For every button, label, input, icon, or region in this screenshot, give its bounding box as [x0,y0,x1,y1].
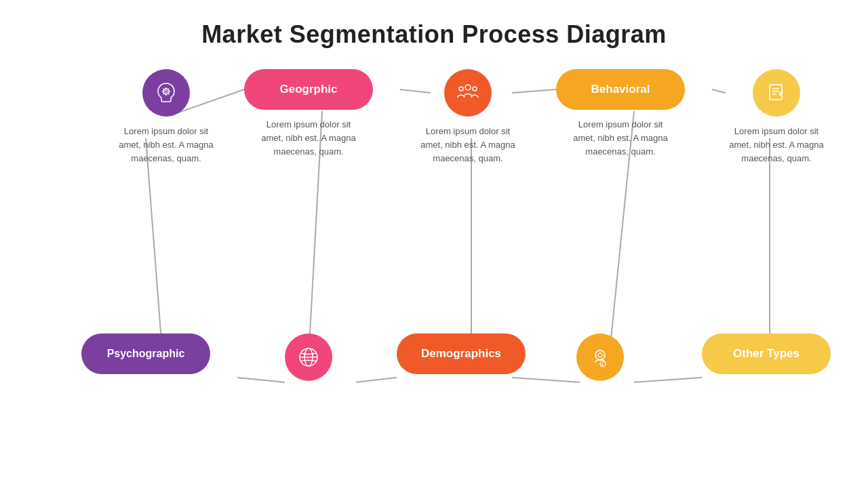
slide: Market Segmentation Process Diagram [0,0,868,488]
psychographic-bottom-group: Psychographic [81,333,210,374]
geographic-bottom-icon-group [285,333,332,381]
demographics-pill: Demographics [397,333,526,374]
svg-line-20 [163,89,164,89]
demographics-bottom-group: Demographics [397,333,526,374]
psychographic-top-desc: Lorem ipsum dolor sit amet, nibh est. A … [115,125,217,165]
brain-gear-icon: $ [576,333,624,381]
other-types-bottom-group: Other Types [702,333,831,374]
svg-line-10 [356,378,397,382]
other-top-icon-group: Lorem ipsum dolor sit amet, nibh est. A … [726,69,827,165]
behavioral-bottom-icon-group: $ [576,333,624,381]
geographic-top-group: Geogrphic Lorem ipsum dolor sit amet, ni… [244,69,373,159]
svg-line-0 [146,138,163,359]
svg-text:$: $ [601,363,604,367]
behavioral-top-group: Behavioral Lorem ipsum dolor sit amet, n… [556,69,685,159]
demographics-top-icon-group: Lorem ipsum dolor sit amet, nibh est. A … [417,69,519,165]
svg-line-11 [512,378,580,382]
svg-point-26 [473,87,477,91]
psychographic-top-icon-group: Lorem ipsum dolor sit amet, nibh est. A … [115,69,217,165]
other-top-desc: Lorem ipsum dolor sit amet, nibh est. A … [726,125,827,165]
svg-line-9 [237,378,285,382]
other-types-pill: Other Types [702,333,831,374]
svg-point-25 [459,87,463,91]
demographics-top-icon [444,69,492,117]
behavioral-pill: Behavioral [556,69,685,110]
page-title: Market Segmentation Process Diagram [41,20,827,49]
globe-icon [285,333,332,381]
svg-point-38 [598,353,602,357]
geographic-pill: Geogrphic [244,69,373,110]
svg-line-23 [163,94,164,94]
svg-point-24 [465,85,471,90]
psychographic-icon [142,69,190,117]
demographics-top-desc: Lorem ipsum dolor sit amet, nibh est. A … [417,125,519,165]
other-top-icon [753,69,800,117]
svg-line-33 [779,94,781,96]
svg-line-8 [712,89,726,93]
diagram: Lorem ipsum dolor sit amet, nibh est. A … [41,69,827,449]
svg-line-21 [168,94,169,94]
svg-line-22 [168,89,169,89]
svg-rect-27 [770,85,782,100]
psychographic-pill: Psychographic [81,333,210,374]
behavioral-desc: Lorem ipsum dolor sit amet, nibh est. A … [570,118,671,159]
geographic-desc: Lorem ipsum dolor sit amet, nibh est. A … [258,118,359,159]
svg-line-12 [634,378,702,382]
